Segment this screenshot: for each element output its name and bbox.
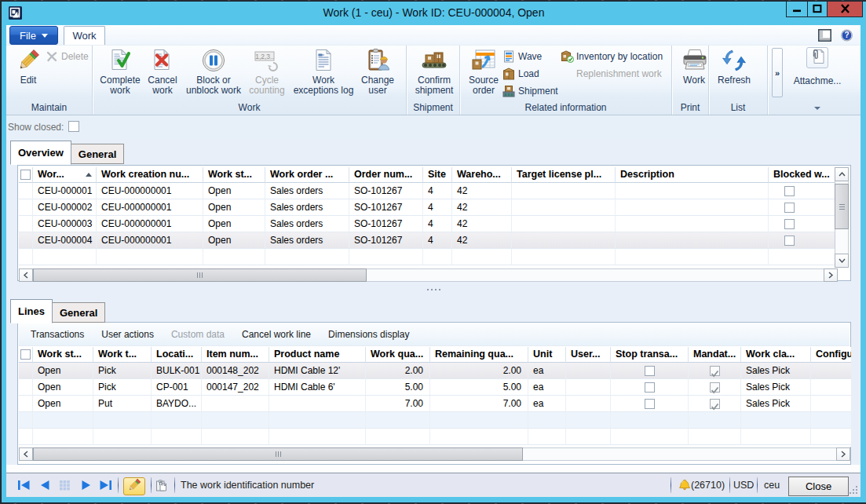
- inventory-by-location-button[interactable]: Inventory by location: [561, 48, 663, 65]
- column-header-site[interactable]: Site: [423, 167, 452, 183]
- checkbox-unchecked[interactable]: [784, 203, 795, 213]
- scrollbar-thumb[interactable]: [835, 184, 849, 229]
- maximize-button[interactable]: [807, 2, 828, 17]
- transactions-action[interactable]: Transactions: [31, 329, 84, 340]
- scrollbar-thumb[interactable]: [33, 447, 523, 461]
- overview-vertical-scrollbar[interactable]: [835, 167, 849, 268]
- scroll-right-button[interactable]: [824, 268, 838, 282]
- table-row[interactable]: OpenPickBULK-001000148_202HDMI Cable 12'…: [19, 363, 851, 379]
- table-row[interactable]: CEU-000003CEU-000000001OpenSales ordersS…: [19, 216, 835, 232]
- table-row[interactable]: CEU-000001CEU-000000001OpenSales ordersS…: [19, 183, 835, 199]
- go-first-button[interactable]: [17, 473, 31, 497]
- layout-panes-icon[interactable]: [818, 29, 831, 42]
- file-menu-button[interactable]: File: [9, 26, 58, 45]
- checkbox-unchecked[interactable]: [645, 399, 655, 409]
- tab-work[interactable]: Work: [64, 26, 105, 46]
- lines-tab-lines[interactable]: Lines: [10, 299, 53, 323]
- checkbox-unchecked[interactable]: [645, 366, 655, 376]
- column-header-work-creation-nu[interactable]: Work creation nu...: [97, 167, 203, 183]
- change-user-button[interactable]: Changeuser: [358, 46, 397, 102]
- go-last-button[interactable]: [99, 473, 112, 497]
- column-header-user[interactable]: User...: [566, 347, 611, 363]
- minimize-button[interactable]: [786, 2, 808, 17]
- lines-horizontal-scrollbar[interactable]: [19, 447, 850, 461]
- attachments-caret[interactable]: [784, 103, 851, 114]
- column-header-target-license-pl[interactable]: Target license pl...: [512, 167, 616, 183]
- load-button[interactable]: Load: [502, 65, 561, 82]
- checkbox-unchecked[interactable]: [784, 186, 795, 196]
- lines-tab-general[interactable]: General: [52, 302, 105, 323]
- clipboard-button[interactable]: [155, 473, 167, 497]
- work-exceptions-log-button[interactable]: Workexceptions log: [289, 46, 358, 102]
- resize-grip[interactable]: [850, 486, 859, 495]
- help-icon[interactable]: ?: [840, 29, 853, 42]
- edit-button[interactable]: Edit: [11, 46, 46, 102]
- table-row[interactable]: CEU-000002CEU-000000001OpenSales ordersS…: [19, 199, 835, 216]
- scroll-up-button[interactable]: [835, 167, 849, 181]
- checkbox-unchecked[interactable]: [645, 382, 655, 393]
- overview-horizontal-scrollbar[interactable]: [19, 268, 838, 282]
- ribbon-expander-button[interactable]: »: [772, 48, 783, 97]
- checkbox-checked[interactable]: [710, 366, 720, 376]
- column-header-work-t[interactable]: Work t...: [93, 347, 152, 363]
- scroll-right-button[interactable]: [836, 447, 850, 461]
- select-all-checkbox[interactable]: [20, 349, 31, 360]
- column-header-locati[interactable]: Locati...: [152, 347, 202, 363]
- table-row[interactable]: OpenPickCP-001000147_202HDMI Cable 6'5.0…: [19, 379, 851, 396]
- show-closed-checkbox[interactable]: [68, 121, 79, 132]
- dimensions-display-action[interactable]: Dimensions display: [328, 329, 409, 340]
- panel-splitter[interactable]: [6, 287, 861, 292]
- column-header-work-st[interactable]: Work st...: [203, 167, 265, 183]
- scroll-left-button[interactable]: [19, 447, 33, 461]
- column-header-work-st[interactable]: Work st...: [33, 347, 93, 363]
- go-next-button[interactable]: [81, 473, 92, 497]
- table-row[interactable]: OpenPutBAYDO...7.007.00eaSales Pick: [19, 396, 851, 412]
- user-actions-action[interactable]: User actions: [101, 329, 154, 340]
- column-header-work-qua[interactable]: Work qua...: [366, 347, 430, 363]
- notifications-bell-icon[interactable]: [678, 473, 691, 497]
- column-header-work-cla[interactable]: Work cla...: [741, 347, 811, 363]
- column-header-remaining-qua[interactable]: Remaining qua...: [430, 347, 528, 363]
- refresh-button[interactable]: Refresh: [714, 46, 755, 102]
- column-header-blocked-w[interactable]: Blocked w...: [769, 167, 835, 183]
- checkbox-unchecked[interactable]: [784, 236, 795, 246]
- close-window-button[interactable]: [827, 2, 863, 17]
- table-row[interactable]: CEU-000004CEU-000000001OpenSales ordersS…: [19, 232, 835, 249]
- column-header-order-num[interactable]: Order num...: [349, 167, 423, 183]
- column-header-unit[interactable]: Unit: [528, 347, 566, 363]
- column-header-product-name[interactable]: Product name: [269, 347, 366, 363]
- block-or-unblock-work-button[interactable]: Block orunblock work: [182, 46, 245, 102]
- column-header-configu[interactable]: Configu: [811, 347, 851, 363]
- column-header-mandat[interactable]: Mandat...: [689, 347, 741, 363]
- checkbox-checked[interactable]: [710, 382, 720, 393]
- cancel-work-button[interactable]: Cancelwork: [143, 46, 182, 102]
- column-header-wor[interactable]: Wor...: [33, 167, 97, 183]
- go-previous-button[interactable]: [39, 473, 50, 497]
- currency-indicator[interactable]: USD: [733, 473, 754, 497]
- scroll-down-button[interactable]: [835, 254, 849, 268]
- source-order-button[interactable]: Sourceorder: [465, 46, 502, 102]
- checkbox-checked[interactable]: [710, 399, 720, 409]
- edit-record-button[interactable]: [123, 477, 145, 495]
- column-header-wareho[interactable]: Wareho...: [452, 167, 512, 183]
- close-button[interactable]: Close: [788, 477, 849, 496]
- scroll-left-button[interactable]: [19, 268, 33, 282]
- checkbox-unchecked[interactable]: [784, 219, 795, 229]
- select-all-checkbox[interactable]: [20, 170, 31, 180]
- grid-view-button[interactable]: [59, 473, 71, 497]
- column-header-work-order[interactable]: Work order ...: [265, 167, 349, 183]
- confirm-shipment-button[interactable]: Confirmshipment: [411, 46, 457, 102]
- column-header-row-selector[interactable]: [19, 167, 33, 183]
- attachments-button[interactable]: [806, 47, 828, 68]
- company-indicator[interactable]: ceu: [764, 473, 780, 497]
- column-header-row-selector[interactable]: [19, 347, 33, 363]
- column-header-stop-transa[interactable]: Stop transa...: [611, 347, 689, 363]
- notification-count[interactable]: (26710): [691, 473, 725, 497]
- scrollbar-thumb[interactable]: [33, 268, 367, 282]
- column-header-description[interactable]: Description: [616, 167, 769, 183]
- wave-button[interactable]: Wave: [502, 48, 561, 65]
- work-button[interactable]: Work: [677, 46, 711, 102]
- overview-tab-overview[interactable]: Overview: [10, 141, 71, 165]
- cancel-work-line-action[interactable]: Cancel work line: [242, 329, 311, 340]
- shipment-button[interactable]: Shipment: [502, 82, 561, 100]
